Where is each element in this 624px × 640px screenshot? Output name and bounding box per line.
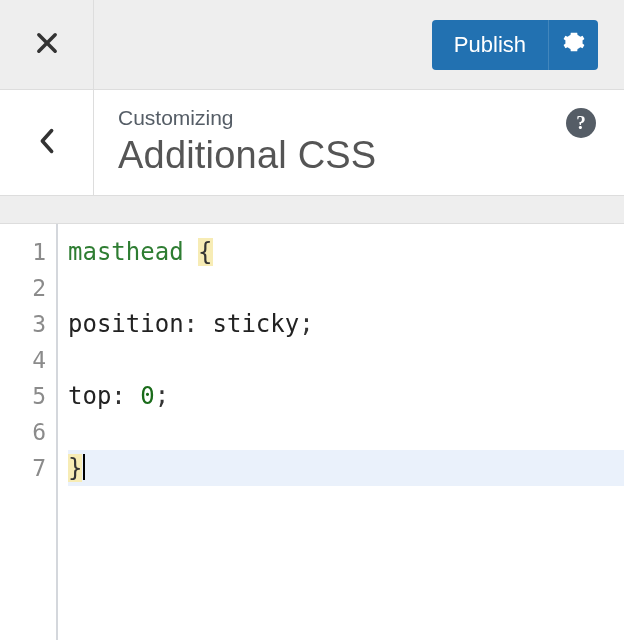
publish-settings-toggle[interactable]	[548, 20, 598, 70]
section-overline: Customizing	[118, 106, 600, 130]
code-token	[184, 238, 198, 266]
code-token: }	[68, 454, 82, 482]
gear-icon	[563, 31, 585, 59]
code-token: {	[198, 238, 212, 266]
publish-label: Publish	[432, 32, 548, 58]
code-token: sticky	[213, 310, 300, 338]
code-line[interactable]	[68, 342, 624, 378]
code-line[interactable]	[68, 270, 624, 306]
css-editor[interactable]: 1234567 masthead {position: sticky;top: …	[0, 224, 624, 640]
code-line[interactable]: position: sticky;	[68, 306, 624, 342]
line-number: 5	[0, 378, 46, 414]
code-line[interactable]	[68, 414, 624, 450]
line-number: 7	[0, 450, 46, 486]
code-area[interactable]: masthead {position: sticky;top: 0;}	[58, 224, 624, 640]
line-number-gutter: 1234567	[0, 224, 58, 640]
section-title-column: Customizing Additional CSS ?	[94, 90, 624, 195]
code-line[interactable]: top: 0;	[68, 378, 624, 414]
code-token: top	[68, 382, 111, 410]
line-number: 3	[0, 306, 46, 342]
customizer-panel: Publish Customizing Additional CSS ? 123…	[0, 0, 624, 640]
close-button[interactable]	[0, 0, 94, 90]
code-line[interactable]: }	[68, 450, 624, 486]
code-token: :	[184, 310, 213, 338]
help-icon: ?	[576, 112, 586, 134]
code-line[interactable]: masthead {	[68, 234, 624, 270]
close-icon	[33, 29, 61, 61]
code-token: position	[68, 310, 184, 338]
line-number: 1	[0, 234, 46, 270]
code-token: ;	[299, 310, 313, 338]
publish-button[interactable]: Publish	[432, 20, 598, 70]
line-number: 2	[0, 270, 46, 306]
customizer-topbar: Publish	[0, 0, 624, 90]
text-cursor	[83, 454, 85, 480]
back-button[interactable]	[0, 90, 94, 195]
line-number: 6	[0, 414, 46, 450]
section-title: Additional CSS	[118, 134, 600, 177]
code-token: :	[111, 382, 140, 410]
section-divider	[0, 196, 624, 224]
chevron-left-icon	[37, 127, 57, 159]
code-token: masthead	[68, 238, 184, 266]
code-token: ;	[155, 382, 169, 410]
line-number: 4	[0, 342, 46, 378]
help-button[interactable]: ?	[566, 108, 596, 138]
code-token: 0	[140, 382, 154, 410]
section-header: Customizing Additional CSS ?	[0, 90, 624, 196]
